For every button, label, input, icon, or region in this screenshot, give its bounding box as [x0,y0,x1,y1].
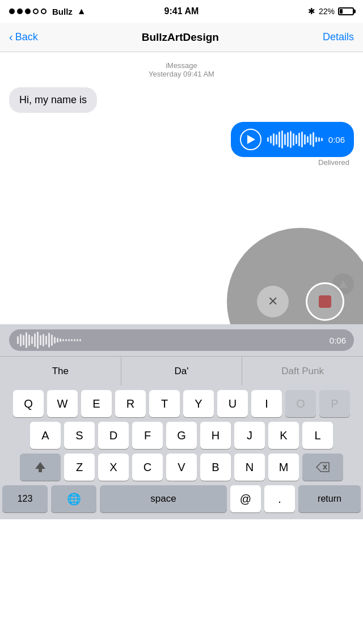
key-at[interactable]: @ [230,485,261,512]
signal-dot-1 [9,9,15,14]
recorder-bar: 0:06 [0,324,363,356]
key-B[interactable]: B [200,454,231,481]
carrier-name: Bullz [52,7,73,16]
waveform-bar [284,134,286,145]
back-button[interactable]: ‹ Back [9,31,38,44]
globe-button[interactable]: 🌐 [51,485,96,512]
waveform-bar [270,135,272,143]
rec-bar [26,332,27,348]
key-J[interactable]: J [234,422,265,449]
status-time: 9:41 AM [164,6,199,16]
bluetooth-icon: ✱ [308,6,315,16]
space-button[interactable]: space [100,485,227,512]
keyboard: Q W E R T Y U I O P A S D F G H J K L Z … [0,385,363,519]
rec-bar [28,334,30,346]
key-S[interactable]: S [64,422,95,449]
stop-recording-button[interactable] [306,282,344,321]
incoming-message: Hi, my name is [9,87,354,113]
rec-bar [77,339,78,341]
autocomplete-item-1[interactable]: The [0,357,121,385]
key-H[interactable]: H [200,422,231,449]
status-left: Bullz ▲ [9,6,86,16]
waveform-bar [276,134,277,145]
key-T[interactable]: T [149,390,180,417]
rec-bar [31,336,33,344]
key-D[interactable]: D [98,422,129,449]
key-W[interactable]: W [47,390,78,417]
waveform-bar [281,130,283,149]
audio-duration: 0:06 [328,135,345,145]
rec-bar [37,332,39,349]
rec-bar [62,339,64,341]
rec-bar [45,336,47,345]
delivered-status: Delivered [318,158,349,167]
autocomplete-bar: The Da' Daft Punk [0,356,363,385]
key-G[interactable]: G [166,422,197,449]
status-right: ✱ 22% [308,6,354,16]
key-L[interactable]: L [302,422,333,449]
key-P[interactable]: P [319,390,350,417]
key-K[interactable]: K [268,422,299,449]
audio-bubble[interactable]: 0:06 [231,122,354,157]
svg-marker-0 [35,462,45,472]
recorder-waveform: 0:06 [9,329,354,351]
keyboard-row-3: Z X C V B N M [2,454,361,481]
key-C[interactable]: C [132,454,163,481]
key-X[interactable]: X [98,454,129,481]
keyboard-row-2: A S D F G H J K L [2,422,361,449]
rec-bar [48,333,50,348]
rec-bar [65,339,67,341]
key-U[interactable]: U [217,390,248,417]
waveform-bar [278,132,280,147]
key-Y[interactable]: Y [183,390,214,417]
rec-bar [71,339,73,341]
shift-button[interactable] [20,454,61,481]
autocomplete-item-3[interactable]: Daft Punk [242,357,363,385]
waveform-bar [318,137,320,142]
key-Q[interactable]: Q [13,390,44,417]
keyboard-row-1: Q W E R T Y U I O P [2,390,361,417]
outgoing-audio-message: 0:06 Delivered [9,122,354,167]
key-V[interactable]: V [166,454,197,481]
waveform-bar [304,134,306,145]
waveform-bar [307,136,309,143]
key-I[interactable]: I [251,390,282,417]
waveform-bar [267,137,269,142]
waveform-bar [321,138,323,141]
cancel-recording-button[interactable]: ✕ [257,286,289,317]
waveform-bar [310,134,311,145]
rec-bar [79,339,81,341]
message-area: iMessage Yesterday 09:41 AM Hi, my name … [0,52,363,324]
play-icon [247,135,255,144]
key-O[interactable]: O [285,390,316,417]
rec-bar [68,339,70,341]
key-A[interactable]: A [30,422,61,449]
audio-waveform [267,130,323,149]
nav-bar: ‹ Back BullzArtDesign Details [0,23,363,52]
autocomplete-item-2[interactable]: Da' [121,357,243,385]
stop-icon [319,295,331,308]
key-R[interactable]: R [115,390,146,417]
recording-overlay: ✕ [227,228,363,324]
wifi-icon: ▲ [77,6,86,16]
chevron-left-icon: ‹ [9,31,13,44]
incoming-bubble-text: Hi, my name is [9,87,97,113]
rec-bar [54,337,56,344]
waveform-bar [313,132,314,147]
numbers-button[interactable]: 123 [2,485,48,512]
key-period[interactable]: . [264,485,295,512]
waveform-bar [293,133,294,146]
return-button[interactable]: return [298,485,361,512]
rec-bar [23,335,24,345]
key-Z[interactable]: Z [64,454,95,481]
details-button[interactable]: Details [323,31,354,43]
key-E[interactable]: E [81,390,112,417]
key-N[interactable]: N [234,454,265,481]
delete-button[interactable] [302,454,343,481]
battery-icon [338,7,354,15]
message-timestamp: iMessage Yesterday 09:41 AM [9,61,354,78]
key-F[interactable]: F [132,422,163,449]
rec-bar [17,336,19,344]
play-button[interactable] [240,129,261,150]
key-M[interactable]: M [268,454,299,481]
